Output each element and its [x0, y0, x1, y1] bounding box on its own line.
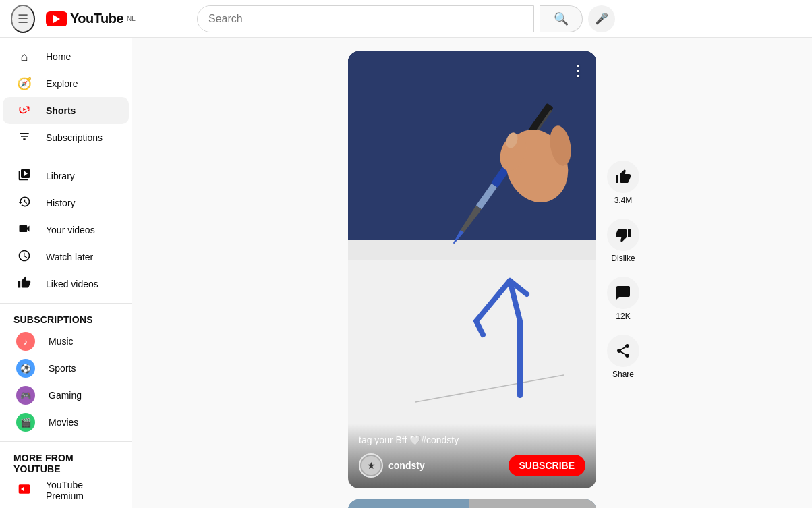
sidebar-item-yt-premium[interactable]: YouTube Premium [3, 477, 129, 504]
sidebar-divider-1 [0, 157, 132, 157]
main-content: tag your Bff 🤍#condsty ★ [132, 38, 812, 508]
sidebar-item-label: Music [49, 336, 74, 347]
gaming-channel-avatar: 🎮 [16, 386, 35, 405]
short-actions: 3.4M Dislike [607, 161, 639, 379]
sidebar-item-sports[interactable]: ⚽ Sports [3, 355, 129, 382]
short-card-wrapper: tag your Bff 🤍#condsty ★ [348, 51, 596, 488]
channel-avatar-svg: ★ [361, 456, 380, 475]
sports-channel-avatar: ⚽ [16, 359, 35, 378]
channel-avatar: ★ [359, 453, 383, 478]
movies-channel-avatar: 🎬 [16, 413, 35, 432]
comment-count: 12K [616, 312, 630, 321]
history-icon [16, 195, 32, 212]
drawing-svg [348, 51, 596, 488]
more-options-button[interactable]: ⋮ [568, 59, 588, 82]
sidebar-item-label: Gaming [49, 390, 82, 401]
sidebar-item-history[interactable]: History [3, 190, 129, 217]
header-center: 🔍 🎤 [146, 5, 666, 32]
short-card-second [348, 499, 596, 508]
layout: ⌂ Home 🧭 Explore Shorts Subscriptions Li… [0, 38, 812, 508]
short-overlay: tag your Bff 🤍#condsty ★ [348, 424, 596, 488]
like-icon [615, 169, 631, 185]
sidebar-item-label: Your videos [46, 225, 95, 235]
sidebar-item-label: YouTube Premium [46, 480, 115, 501]
sidebar-item-liked-videos[interactable]: Liked videos [3, 271, 129, 298]
sidebar-item-explore[interactable]: 🧭 Explore [3, 70, 129, 97]
comment-icon [615, 285, 631, 301]
sidebar-item-label: Shorts [46, 105, 76, 116]
yt-premium-icon [16, 482, 32, 499]
sidebar: ⌂ Home 🧭 Explore Shorts Subscriptions Li… [0, 38, 132, 508]
hamburger-button[interactable]: ☰ [11, 5, 35, 33]
subscriptions-icon [16, 130, 32, 146]
like-button[interactable]: 3.4M [607, 161, 639, 205]
sidebar-item-label: Library [46, 171, 75, 181]
library-icon [16, 168, 32, 185]
comment-icon-circle [607, 277, 639, 309]
sidebar-item-library[interactable]: Library [3, 163, 129, 190]
search-bar [197, 5, 534, 32]
short-video-frame: tag your Bff 🤍#condsty ★ [348, 51, 596, 488]
svg-text:★: ★ [367, 460, 376, 471]
sidebar-item-home[interactable]: ⌂ Home [3, 43, 129, 70]
sidebar-item-label: History [46, 198, 76, 208]
dislike-icon [615, 227, 631, 243]
share-icon [615, 343, 631, 359]
like-icon-circle [607, 161, 639, 193]
explore-icon: 🧭 [16, 76, 32, 91]
home-icon: ⌂ [16, 50, 32, 64]
sidebar-item-label: Subscriptions [46, 132, 103, 143]
subscriptions-section-title: SUBSCRIPTIONS [0, 309, 132, 328]
sidebar-item-label: Explore [46, 78, 78, 89]
shorts-container: tag your Bff 🤍#condsty ★ [132, 38, 812, 508]
your-videos-icon [16, 222, 32, 239]
sidebar-item-label: Home [46, 51, 71, 62]
logo[interactable]: YouTubeNL [46, 11, 136, 26]
shorts-icon [16, 103, 32, 119]
sidebar-item-label: Liked videos [46, 279, 98, 289]
sidebar-item-your-videos[interactable]: Your videos [3, 217, 129, 244]
short-card: tag your Bff 🤍#condsty ★ [348, 51, 596, 488]
like-count: 3.4M [614, 196, 633, 205]
share-icon-circle [607, 335, 639, 367]
comment-button[interactable]: 12K [607, 277, 639, 321]
dislike-icon-circle [607, 219, 639, 251]
short-video-area: tag your Bff 🤍#condsty ★ [348, 51, 596, 508]
svg-rect-18 [469, 499, 596, 508]
dislike-button[interactable]: Dislike [607, 219, 639, 263]
sidebar-divider-2 [0, 303, 132, 304]
sidebar-item-music[interactable]: ♪ Music [3, 328, 129, 355]
share-button[interactable]: Share [607, 335, 639, 379]
more-icon: ⋮ [571, 62, 585, 79]
mic-button[interactable]: 🎤 [588, 5, 615, 32]
search-icon: 🔍 [554, 11, 569, 26]
liked-videos-icon [16, 276, 32, 293]
sidebar-item-gaming[interactable]: 🎮 Gaming [3, 382, 129, 409]
short-video-frame-second [348, 499, 596, 508]
sidebar-item-movies[interactable]: 🎬 Movies [3, 409, 129, 436]
header-left: ☰ YouTubeNL [11, 5, 146, 33]
sidebar-item-subscriptions[interactable]: Subscriptions [3, 124, 129, 151]
music-channel-avatar: ♪ [16, 332, 35, 351]
more-from-yt-title: MORE FROM YOUTUBE [0, 447, 132, 477]
short-channel-row: ★ condsty SUBSCRIBE [359, 453, 585, 478]
search-button[interactable]: 🔍 [540, 5, 583, 32]
share-label: Share [612, 370, 634, 379]
subscribe-button[interactable]: SUBSCRIBE [509, 455, 585, 476]
youtube-logo-icon [46, 11, 67, 26]
sidebar-item-watch-later[interactable]: Watch later [3, 244, 129, 271]
second-short-svg [348, 499, 596, 508]
mic-icon: 🎤 [595, 12, 608, 25]
sidebar-item-shorts[interactable]: Shorts [3, 97, 129, 124]
dislike-label: Dislike [611, 254, 635, 263]
channel-info: ★ condsty [359, 453, 425, 478]
header: ☰ YouTubeNL 🔍 🎤 [0, 0, 812, 38]
watch-later-icon [16, 249, 32, 266]
short-caption: tag your Bff 🤍#condsty [359, 434, 585, 445]
sidebar-item-movies2[interactable]: ⊞ Movies [3, 504, 129, 508]
sidebar-item-label: Watch later [46, 252, 93, 262]
youtube-country-badge: NL [127, 15, 136, 22]
youtube-logo-text: YouTube [70, 11, 123, 26]
search-input[interactable] [198, 6, 533, 32]
sidebar-item-label: Sports [49, 363, 76, 374]
